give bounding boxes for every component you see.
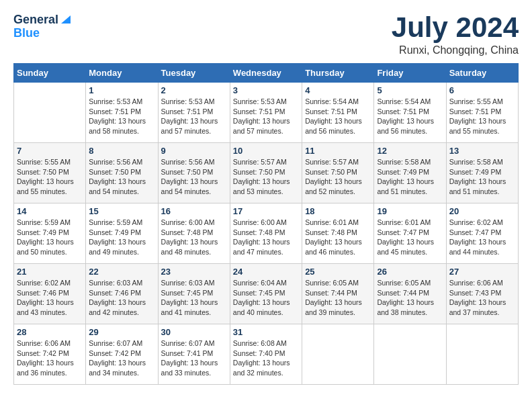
day-info: Sunrise: 6:00 AM Sunset: 7:48 PM Dayligh… <box>161 218 227 257</box>
day-info: Sunrise: 6:07 AM Sunset: 7:42 PM Dayligh… <box>89 338 154 378</box>
day-number: 27 <box>449 267 515 277</box>
day-number: 28 <box>17 327 83 337</box>
day-info: Sunrise: 6:08 AM Sunset: 7:40 PM Dayligh… <box>233 338 299 378</box>
day-info: Sunrise: 5:59 AM Sunset: 7:49 PM Dayligh… <box>89 218 154 257</box>
calendar-cell: 18Sunrise: 6:01 AM Sunset: 7:48 PM Dayli… <box>302 203 374 264</box>
header-saturday: Saturday <box>446 64 518 83</box>
day-info: Sunrise: 6:02 AM Sunset: 7:46 PM Dayligh… <box>17 278 83 318</box>
calendar-cell: 2Sunrise: 5:53 AM Sunset: 7:51 PM Daylig… <box>158 83 230 143</box>
day-info: Sunrise: 6:05 AM Sunset: 7:44 PM Dayligh… <box>377 278 443 318</box>
day-number: 4 <box>305 85 371 95</box>
day-number: 8 <box>89 146 154 156</box>
calendar-cell: 11Sunrise: 5:57 AM Sunset: 7:50 PM Dayli… <box>302 143 374 203</box>
day-info: Sunrise: 5:55 AM Sunset: 7:51 PM Dayligh… <box>449 97 515 136</box>
day-number: 13 <box>449 146 515 156</box>
calendar-cell: 29Sunrise: 6:07 AM Sunset: 7:42 PM Dayli… <box>86 324 158 385</box>
day-number: 23 <box>161 267 227 277</box>
month-title: July 2024 <box>392 13 519 42</box>
calendar-cell: 10Sunrise: 5:57 AM Sunset: 7:50 PM Dayli… <box>230 143 302 203</box>
day-info: Sunrise: 6:01 AM Sunset: 7:47 PM Dayligh… <box>377 218 443 257</box>
calendar-cell: 1Sunrise: 5:53 AM Sunset: 7:51 PM Daylig… <box>86 83 158 143</box>
calendar-cell: 9Sunrise: 5:56 AM Sunset: 7:50 PM Daylig… <box>158 143 230 203</box>
day-number: 11 <box>305 146 371 156</box>
day-info: Sunrise: 5:53 AM Sunset: 7:51 PM Dayligh… <box>161 97 227 136</box>
calendar-cell: 7Sunrise: 5:55 AM Sunset: 7:50 PM Daylig… <box>14 143 86 203</box>
page-header: General Blue July 2024 Runxi, Chongqing,… <box>13 13 519 56</box>
day-info: Sunrise: 5:56 AM Sunset: 7:50 PM Dayligh… <box>161 157 227 197</box>
header-tuesday: Tuesday <box>158 64 230 83</box>
calendar-cell: 5Sunrise: 5:54 AM Sunset: 7:51 PM Daylig… <box>374 83 446 143</box>
day-number: 22 <box>89 267 154 277</box>
calendar-header: SundayMondayTuesdayWednesdayThursdayFrid… <box>14 64 519 83</box>
day-info: Sunrise: 5:54 AM Sunset: 7:51 PM Dayligh… <box>305 97 371 136</box>
calendar-cell: 26Sunrise: 6:05 AM Sunset: 7:44 PM Dayli… <box>374 264 446 324</box>
svg-marker-0 <box>61 15 71 24</box>
calendar-cell <box>14 83 86 143</box>
day-info: Sunrise: 6:03 AM Sunset: 7:46 PM Dayligh… <box>89 278 154 318</box>
header-friday: Friday <box>374 64 446 83</box>
day-number: 10 <box>233 146 299 156</box>
week-row-5: 28Sunrise: 6:06 AM Sunset: 7:42 PM Dayli… <box>14 324 519 385</box>
calendar-body: 1Sunrise: 5:53 AM Sunset: 7:51 PM Daylig… <box>14 83 519 385</box>
calendar-cell <box>374 324 446 385</box>
calendar-cell: 19Sunrise: 6:01 AM Sunset: 7:47 PM Dayli… <box>374 203 446 264</box>
day-info: Sunrise: 6:04 AM Sunset: 7:45 PM Dayligh… <box>233 278 299 318</box>
day-info: Sunrise: 6:06 AM Sunset: 7:43 PM Dayligh… <box>449 278 515 318</box>
logo-icon <box>60 13 72 25</box>
header-sunday: Sunday <box>14 64 86 83</box>
calendar-cell: 24Sunrise: 6:04 AM Sunset: 7:45 PM Dayli… <box>230 264 302 324</box>
day-number: 14 <box>17 206 83 216</box>
calendar-cell: 30Sunrise: 6:07 AM Sunset: 7:41 PM Dayli… <box>158 324 230 385</box>
day-number: 2 <box>161 85 227 95</box>
day-info: Sunrise: 5:59 AM Sunset: 7:49 PM Dayligh… <box>17 218 83 257</box>
day-info: Sunrise: 5:53 AM Sunset: 7:51 PM Dayligh… <box>89 97 154 136</box>
calendar-cell <box>302 324 374 385</box>
logo-text-blue: Blue <box>13 27 40 40</box>
week-row-2: 7Sunrise: 5:55 AM Sunset: 7:50 PM Daylig… <box>14 143 519 203</box>
title-section: July 2024 Runxi, Chongqing, China <box>392 13 519 56</box>
week-row-3: 14Sunrise: 5:59 AM Sunset: 7:49 PM Dayli… <box>14 203 519 264</box>
calendar-cell: 27Sunrise: 6:06 AM Sunset: 7:43 PM Dayli… <box>446 264 518 324</box>
day-number: 25 <box>305 267 371 277</box>
day-info: Sunrise: 5:56 AM Sunset: 7:50 PM Dayligh… <box>89 157 154 197</box>
calendar-table: SundayMondayTuesdayWednesdayThursdayFrid… <box>13 63 519 385</box>
day-info: Sunrise: 5:57 AM Sunset: 7:50 PM Dayligh… <box>233 157 299 197</box>
logo-text-general: General <box>13 13 58 27</box>
calendar-cell: 28Sunrise: 6:06 AM Sunset: 7:42 PM Dayli… <box>14 324 86 385</box>
calendar-cell: 31Sunrise: 6:08 AM Sunset: 7:40 PM Dayli… <box>230 324 302 385</box>
day-number: 16 <box>161 206 227 216</box>
day-number: 29 <box>89 327 154 337</box>
day-number: 12 <box>377 146 443 156</box>
day-number: 26 <box>377 267 443 277</box>
calendar-cell: 4Sunrise: 5:54 AM Sunset: 7:51 PM Daylig… <box>302 83 374 143</box>
location-title: Runxi, Chongqing, China <box>392 44 519 56</box>
calendar-cell: 3Sunrise: 5:53 AM Sunset: 7:51 PM Daylig… <box>230 83 302 143</box>
calendar-cell: 17Sunrise: 6:00 AM Sunset: 7:48 PM Dayli… <box>230 203 302 264</box>
day-number: 20 <box>449 206 515 216</box>
day-info: Sunrise: 5:54 AM Sunset: 7:51 PM Dayligh… <box>377 97 443 136</box>
calendar-cell <box>446 324 518 385</box>
day-info: Sunrise: 6:02 AM Sunset: 7:47 PM Dayligh… <box>449 218 515 257</box>
day-number: 9 <box>161 146 227 156</box>
calendar-cell: 23Sunrise: 6:03 AM Sunset: 7:45 PM Dayli… <box>158 264 230 324</box>
day-number: 5 <box>377 85 443 95</box>
day-number: 17 <box>233 206 299 216</box>
header-monday: Monday <box>86 64 158 83</box>
day-info: Sunrise: 6:01 AM Sunset: 7:48 PM Dayligh… <box>305 218 371 257</box>
day-number: 6 <box>449 85 515 95</box>
week-row-1: 1Sunrise: 5:53 AM Sunset: 7:51 PM Daylig… <box>14 83 519 143</box>
calendar-cell: 20Sunrise: 6:02 AM Sunset: 7:47 PM Dayli… <box>446 203 518 264</box>
calendar-cell: 13Sunrise: 5:58 AM Sunset: 7:49 PM Dayli… <box>446 143 518 203</box>
calendar-cell: 14Sunrise: 5:59 AM Sunset: 7:49 PM Dayli… <box>14 203 86 264</box>
calendar-cell: 16Sunrise: 6:00 AM Sunset: 7:48 PM Dayli… <box>158 203 230 264</box>
day-number: 31 <box>233 327 299 337</box>
week-row-4: 21Sunrise: 6:02 AM Sunset: 7:46 PM Dayli… <box>14 264 519 324</box>
day-info: Sunrise: 6:05 AM Sunset: 7:44 PM Dayligh… <box>305 278 371 318</box>
calendar-cell: 8Sunrise: 5:56 AM Sunset: 7:50 PM Daylig… <box>86 143 158 203</box>
day-info: Sunrise: 5:53 AM Sunset: 7:51 PM Dayligh… <box>233 97 299 136</box>
calendar-cell: 6Sunrise: 5:55 AM Sunset: 7:51 PM Daylig… <box>446 83 518 143</box>
day-info: Sunrise: 6:07 AM Sunset: 7:41 PM Dayligh… <box>161 338 227 378</box>
day-number: 24 <box>233 267 299 277</box>
day-info: Sunrise: 6:00 AM Sunset: 7:48 PM Dayligh… <box>233 218 299 257</box>
header-wednesday: Wednesday <box>230 64 302 83</box>
